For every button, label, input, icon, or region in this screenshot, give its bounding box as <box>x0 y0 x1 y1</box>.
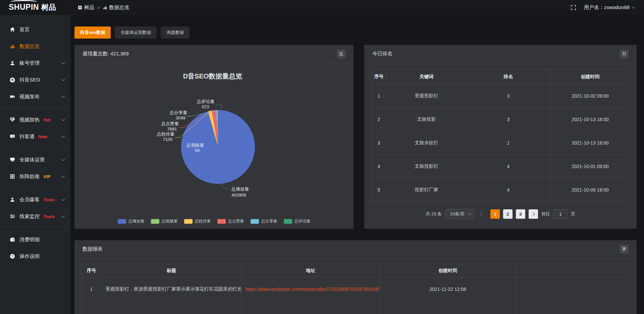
total-toggle-button[interactable]: 总 <box>337 50 345 58</box>
col-index: 序号 <box>371 69 387 84</box>
chevron-down-icon <box>62 95 65 98</box>
sidebar-item-data-overview[interactable]: 数据总览 <box>0 38 70 55</box>
sidebar-item-member-burst[interactable]: 会员爆客 Tools <box>0 191 70 208</box>
rank-table-container: 序号 关键词 排名 创建时间 1景观投影灯32021-10-02 09:00 2… <box>371 69 630 205</box>
video-link[interactable]: https://www.iesdouyin.com/share/video/70… <box>246 286 380 292</box>
video-camera-icon <box>9 94 15 100</box>
rank-card-header: 今日排名 日 <box>364 45 637 63</box>
chevron-right-icon <box>532 212 535 216</box>
report-row-index: 1 <box>82 277 102 301</box>
table-row[interactable]: 1景观投影灯32021-10-02 09:00 <box>371 84 630 108</box>
table-row-clipped <box>371 202 630 205</box>
sliders-icon <box>9 214 15 219</box>
breadcrumb-item-root[interactable]: 树品 <box>78 4 94 11</box>
legend-swatch <box>251 219 259 224</box>
tab-douyin-seo[interactable]: 抖音seo数据 <box>74 27 111 39</box>
table-toggle-button[interactable]: 表 <box>620 245 629 254</box>
col-created: 创建时间 <box>380 264 516 277</box>
logo-text-en: SHUPIN <box>9 3 39 12</box>
col-index: 序号 <box>82 264 102 277</box>
sidebar-item-clue-monitor[interactable]: 线索监控 Tools <box>0 208 70 225</box>
sidebar-item-home[interactable]: 首页 <box>0 21 70 38</box>
legend-swatch <box>118 219 126 224</box>
question-circle-icon: ? <box>9 254 15 259</box>
breadcrumb-item-current[interactable]: 数据总览 <box>103 4 129 11</box>
chevron-down-icon <box>62 198 65 201</box>
user-icon <box>9 60 15 66</box>
col-title: 标题 <box>102 264 241 277</box>
data-report-card: 数据报表 表 序号 标题 地址 创建时间 1 景观投影灯，夜游景观投影灯厂家展示… <box>74 240 637 314</box>
likes-label: 总点赞量 <box>161 121 179 126</box>
comments-label: 总评论量 <box>197 99 214 104</box>
fullscreen-icon[interactable] <box>571 5 576 10</box>
likes-value: 7681 <box>167 126 177 132</box>
rank-table-header-row: 序号 关键词 排名 创建时间 <box>371 69 630 84</box>
sidebar-item-account[interactable]: 账号管理 <box>0 55 70 71</box>
report-row-title: 景观投影灯，夜游景观投影灯厂家展示展示落花灯在花园里的灯光投影应用效果 # <box>102 277 241 301</box>
sidebar-divider <box>0 147 70 147</box>
tools-badge: Tools <box>43 214 55 219</box>
page-button-2[interactable]: 2 <box>503 209 513 219</box>
table-row[interactable]: 5投影灯厂家42021-10-09 18:00 <box>371 178 630 202</box>
legend-swatch <box>284 219 292 224</box>
today-rank-card: 今日排名 日 序号 关键词 排名 创建时间 1景观投影灯32021-10-02 … <box>364 45 637 229</box>
comments-value: 572 <box>202 104 209 109</box>
tab-inquiry[interactable]: 询盘数据 <box>161 27 190 39</box>
sidebar-item-matrix-boost[interactable]: 矩阵助推 VIP <box>0 168 70 185</box>
sidebar-item-consumption[interactable]: 消费明细 <box>0 231 70 248</box>
legend-item-fans[interactable]: 总粉丝量 <box>184 218 211 224</box>
fans-label: 总粉丝量 <box>157 132 174 137</box>
table-row[interactable]: 3文旅水纹灯12021-10-13 18:00 <box>371 131 630 155</box>
page-button-3[interactable]: 3 <box>516 209 525 219</box>
col-keyword: 关键词 <box>387 69 467 84</box>
table-row[interactable]: 2文旅投影32021-10-13 18:00 <box>371 108 630 131</box>
sidebar-item-douyin-seo[interactable]: 抖音SEO <box>0 71 70 88</box>
page-size-select[interactable]: 10条/页 <box>445 209 474 219</box>
shares-value: 3049 <box>176 115 185 120</box>
vip-badge: VIP <box>43 174 50 179</box>
tab-media-operation[interactable]: 全媒体运营数据 <box>115 27 157 39</box>
sidebar-item-media-operation[interactable]: 全媒体运营 <box>0 151 70 168</box>
play-count-label: 总播放量 <box>231 187 249 192</box>
goto-label: 前往 <box>541 211 550 217</box>
goto-page-input[interactable] <box>553 209 568 219</box>
prev-page-button[interactable] <box>478 209 487 219</box>
rank-card-title: 今日排名 <box>372 51 392 57</box>
sidebar-item-video-heat[interactable]: 视频加热 Hot <box>0 111 70 128</box>
chevron-down-icon <box>62 158 65 161</box>
grid-icon <box>9 174 15 179</box>
table-row[interactable]: 1 景观投影灯，夜游景观投影灯厂家展示展示落花灯在花园里的灯光投影应用效果 # … <box>82 277 630 301</box>
legend-item-comments[interactable]: 总评论量 <box>284 218 311 224</box>
legend-item-shares[interactable]: 总分享量 <box>251 218 277 224</box>
username-label: 用户名：zswodun88 <box>584 4 630 11</box>
app-square-icon <box>78 5 82 10</box>
bar-chart-icon <box>103 5 107 10</box>
pie-chart: D音SEO数据量总览 总评论量 572 总分享量 3049 总点赞量 7681 … <box>74 63 354 229</box>
rank-table: 序号 关键词 排名 创建时间 1景观投影灯32021-10-02 09:00 2… <box>371 69 630 205</box>
sidebar-item-video-publish[interactable]: 视频发布 <box>0 88 70 105</box>
legend-item-likes[interactable]: 总点赞量 <box>217 218 244 224</box>
data-tabs: 抖音seo数据 全媒体运营数据 询盘数据 <box>74 27 190 39</box>
page-button-1[interactable]: 1 <box>490 209 500 219</box>
next-page-button[interactable] <box>529 209 538 219</box>
chat-bubble-icon <box>9 134 15 140</box>
top-header: SHUPIN 树品 树品 > 数据总览 用户名：zswodun88 <box>0 0 644 15</box>
video-count-value: 58 <box>195 148 200 153</box>
col-created: 创建时间 <box>550 69 630 84</box>
sidebar-divider <box>0 107 70 107</box>
pagination: 共 23 条 10条/页 1 2 3 前往 页 <box>364 209 637 219</box>
impressions-chart-card: 展现量总数: 421,369 总 D音SEO数据量总览 总评论量 572 总分享… <box>74 45 354 229</box>
sidebar-item-instructions[interactable]: ? 操作说明 <box>0 248 70 265</box>
impressions-total-label: 展现量总数: 421,369 <box>83 51 129 57</box>
legend-swatch <box>184 219 193 224</box>
breadcrumb-separator: > <box>97 5 100 10</box>
legend-item-play-count[interactable]: 总播放量 <box>118 218 145 224</box>
table-row[interactable]: 4文旅投影灯42021-10-01 09:00 <box>371 155 630 178</box>
daily-toggle-button[interactable]: 日 <box>620 50 629 58</box>
home-icon <box>9 27 15 33</box>
user-menu[interactable]: 用户名：zswodun88 <box>584 4 635 11</box>
chart-legend: 总播放量 总视频量 总粉丝量 总点赞量 总分享量 总评论量 <box>74 218 354 224</box>
legend-item-video-count[interactable]: 总视频量 <box>151 218 178 224</box>
bar-chart-icon <box>9 44 15 49</box>
sidebar-item-douketong[interactable]: 抖客通 New <box>0 128 70 145</box>
